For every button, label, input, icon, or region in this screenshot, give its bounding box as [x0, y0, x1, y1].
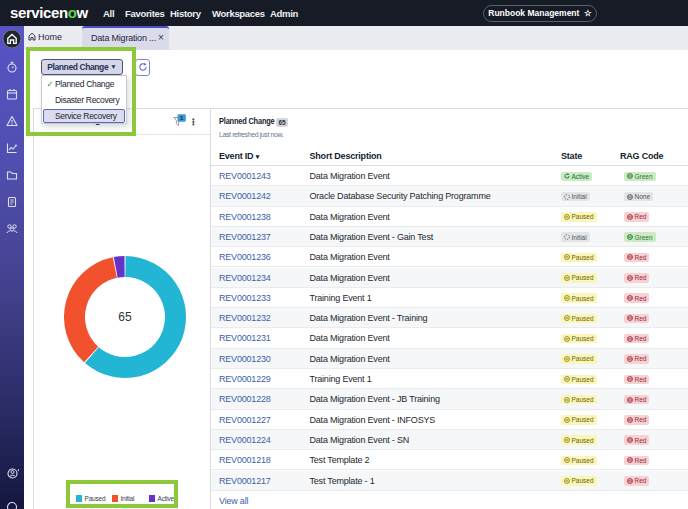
- svg-text:65: 65: [118, 310, 132, 324]
